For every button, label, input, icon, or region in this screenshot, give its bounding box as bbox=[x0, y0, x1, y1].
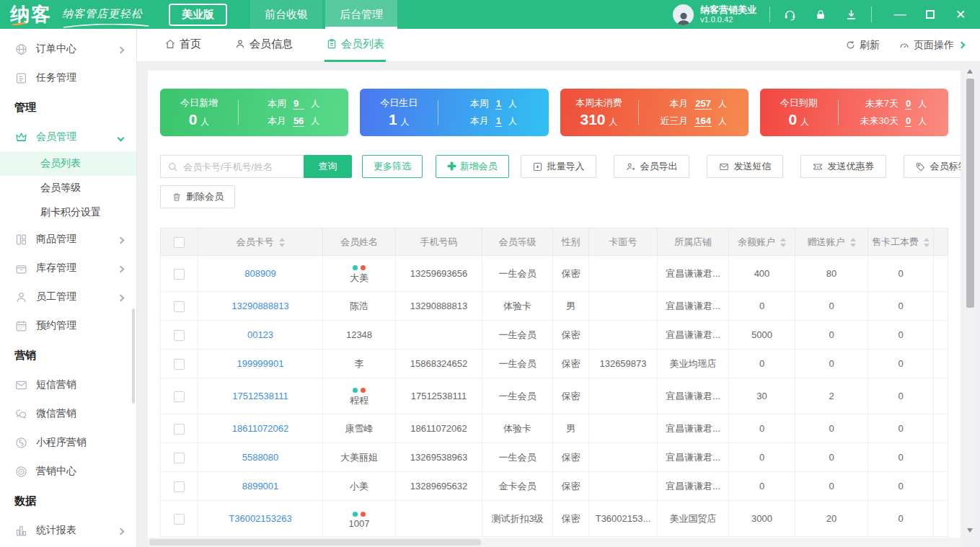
member-card-no-link[interactable]: 8899001 bbox=[242, 481, 279, 492]
stat-line-value: 0 bbox=[905, 98, 911, 110]
tab-member-info[interactable]: 会员信息 bbox=[233, 29, 294, 62]
select-all-checkbox[interactable] bbox=[174, 237, 185, 248]
column-header-9[interactable]: 赠送账户 bbox=[795, 228, 868, 256]
column-header-6: 卡面号 bbox=[589, 228, 658, 256]
member-card-no-link[interactable]: 808909 bbox=[244, 268, 275, 279]
stat-line-value: 164 bbox=[694, 115, 712, 127]
close-button[interactable]: ✕ bbox=[945, 0, 976, 29]
chevron-right-icon bbox=[118, 266, 125, 273]
send-coupon-label: 发送优惠券 bbox=[828, 160, 875, 173]
column-header-1[interactable]: 会员卡号 bbox=[198, 228, 323, 256]
sort-icon[interactable] bbox=[279, 238, 285, 247]
row-checkbox[interactable] bbox=[174, 453, 185, 463]
member-card_face-cell: 132659873 bbox=[589, 350, 658, 378]
member-store-cell: 美业均瑶店 bbox=[658, 350, 729, 378]
member-name: 12348 bbox=[327, 329, 392, 340]
member-card-no-cell: 5588080 bbox=[198, 443, 323, 472]
sidebar-section: 数据 bbox=[0, 486, 136, 516]
member-gift-cell: 0 bbox=[795, 350, 868, 378]
row-checkbox[interactable] bbox=[174, 391, 185, 402]
inventory-icon bbox=[14, 262, 28, 275]
column-header-8[interactable]: 余额账户 bbox=[729, 228, 795, 256]
maximize-button[interactable] bbox=[915, 0, 945, 29]
add-member-button[interactable]: ✚新增会员 bbox=[436, 155, 509, 178]
member-tag-dots bbox=[327, 388, 392, 393]
mail-icon bbox=[718, 161, 730, 172]
query-button[interactable]: 查询 bbox=[304, 155, 352, 178]
download-icon[interactable] bbox=[844, 8, 858, 22]
member-card-no-link[interactable]: 00123 bbox=[247, 329, 273, 340]
sidebar-item-label: 员工管理 bbox=[36, 290, 76, 303]
sidebar-item-4[interactable]: 商品管理 bbox=[0, 225, 136, 254]
send-sms-button[interactable]: 发送短信 bbox=[707, 155, 783, 178]
column-header-10[interactable]: 售卡工本费 bbox=[868, 228, 934, 256]
row-checkbox[interactable] bbox=[174, 301, 185, 312]
member-gender-cell: 保密 bbox=[553, 472, 589, 501]
scroll-up-arrow-icon[interactable] bbox=[967, 69, 973, 74]
sidebar-item-10[interactable]: 微信营销 bbox=[0, 399, 136, 428]
sidebar-subitem-3-1[interactable]: 会员等级 bbox=[0, 176, 136, 200]
sort-icon[interactable] bbox=[850, 238, 856, 247]
sidebar-item-11[interactable]: 小程序营销 bbox=[0, 428, 136, 457]
vertical-scrollbar-thumb[interactable] bbox=[966, 79, 974, 308]
more-filter-button[interactable]: 更多筛选 bbox=[362, 155, 423, 178]
horizontal-scrollbar-thumb[interactable] bbox=[149, 539, 481, 546]
sidebar-item-1[interactable]: 任务管理 bbox=[0, 63, 136, 92]
sidebar-item-9[interactable]: 短信营销 bbox=[0, 370, 136, 399]
vertical-scrollbar[interactable] bbox=[965, 66, 976, 536]
sidebar-item-3[interactable]: 会员管理 bbox=[0, 123, 136, 151]
horizontal-scrollbar[interactable] bbox=[148, 538, 961, 547]
minimize-button[interactable]: — bbox=[885, 0, 915, 29]
member-balance-cell: 0 bbox=[729, 414, 795, 443]
batch-import-button[interactable]: 批量导入 bbox=[521, 155, 596, 178]
row-checkbox[interactable] bbox=[174, 269, 185, 280]
lock-icon[interactable] bbox=[814, 8, 827, 22]
member-export-button[interactable]: 会员导出 bbox=[614, 155, 689, 178]
sort-icon[interactable] bbox=[924, 238, 930, 247]
wechat-icon bbox=[14, 407, 28, 421]
member-level-cell: 体验卡 bbox=[482, 292, 553, 321]
page-operations-button[interactable]: 页面操作 bbox=[899, 39, 964, 52]
delete-member-button[interactable]: 删除会员 bbox=[160, 185, 235, 208]
scroll-down-arrow-icon[interactable] bbox=[967, 528, 973, 533]
member-gender-cell: 保密 bbox=[553, 350, 589, 378]
row-checkbox[interactable] bbox=[174, 424, 185, 435]
sidebar-item-14[interactable]: 统计报表 bbox=[0, 516, 136, 545]
row-checkbox[interactable] bbox=[174, 330, 185, 341]
tab-member-list[interactable]: 会员列表 bbox=[325, 29, 386, 62]
member-gender-cell: 保密 bbox=[553, 256, 589, 292]
member-name-cell: 康雪峰 bbox=[323, 414, 396, 443]
row-checkbox[interactable] bbox=[174, 359, 185, 370]
sidebar-item-6[interactable]: 员工管理 bbox=[0, 283, 136, 311]
sidebar-item-12[interactable]: 营销中心 bbox=[0, 457, 136, 486]
row-checkbox[interactable] bbox=[174, 481, 185, 492]
member-gift-cell: 20 bbox=[795, 501, 868, 537]
sidebar-subitem-3-2[interactable]: 刷卡积分设置 bbox=[0, 200, 136, 225]
search-input[interactable] bbox=[161, 156, 304, 177]
member-card-no-link[interactable]: 199999901 bbox=[237, 358, 283, 369]
top-tab-backoffice[interactable]: 后台管理 bbox=[325, 0, 397, 29]
column-header-filler bbox=[934, 228, 948, 256]
member-card-no-link[interactable]: T36002153263 bbox=[229, 513, 291, 524]
member-card-no-link[interactable]: 13290888813 bbox=[231, 301, 289, 311]
tab-home[interactable]: 首页 bbox=[163, 29, 203, 62]
member-fee-cell: 0 bbox=[868, 292, 934, 321]
send-coupon-button[interactable]: 发送优惠券 bbox=[800, 155, 886, 178]
row-checkbox[interactable] bbox=[174, 514, 185, 525]
refresh-button[interactable]: 刷新 bbox=[845, 39, 880, 52]
sidebar-subitem-3-0[interactable]: 会员列表 bbox=[0, 151, 136, 176]
sidebar-item-0[interactable]: 订单中心 bbox=[0, 35, 136, 63]
member-card-no-link[interactable]: 5588080 bbox=[242, 452, 279, 463]
sort-icon[interactable] bbox=[780, 238, 786, 247]
chevron-right-icon bbox=[118, 528, 125, 535]
member-card-no-link[interactable]: 17512538111 bbox=[232, 391, 288, 401]
sidebar-scrollbar-thumb[interactable] bbox=[132, 308, 135, 404]
member-tag-button[interactable]: 会员标签 bbox=[904, 155, 961, 178]
sidebar-item-5[interactable]: 库存管理 bbox=[0, 254, 136, 283]
sidebar-item-7[interactable]: 预约管理 bbox=[0, 311, 136, 340]
support-headset-icon[interactable] bbox=[783, 8, 797, 22]
user-block[interactable]: 纳客营销美业 v1.0.0.42 bbox=[673, 4, 756, 25]
top-tab-frontdesk[interactable]: 前台收银 bbox=[250, 0, 322, 29]
send-sms-label: 发送短信 bbox=[734, 160, 772, 173]
member-card-no-link[interactable]: 18611072062 bbox=[232, 423, 289, 434]
